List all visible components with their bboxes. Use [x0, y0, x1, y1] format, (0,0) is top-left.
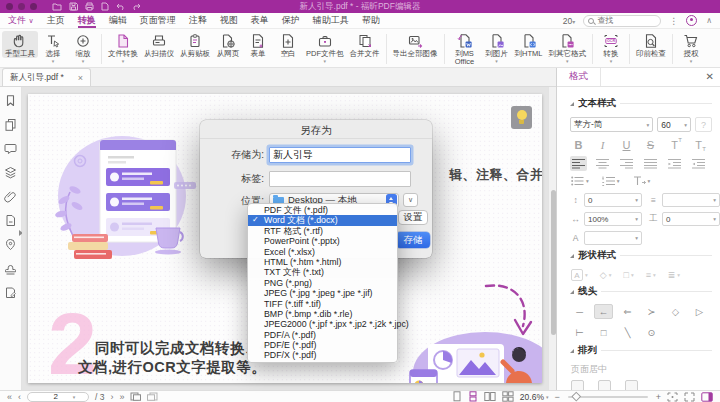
line-end-none[interactable]: ─ [570, 304, 589, 319]
subscript-button[interactable]: TT [691, 137, 706, 152]
bullet-list-button[interactable]: ▾ [571, 176, 589, 186]
line-end-square[interactable]: □ [594, 325, 613, 340]
location-pin-icon[interactable] [4, 238, 17, 251]
page-icon[interactable] [101, 2, 109, 11]
open-file-icon[interactable] [52, 2, 62, 11]
comments-icon[interactable] [4, 142, 17, 155]
decrease-indent-button[interactable] [666, 156, 683, 171]
section-line-ends[interactable]: 线头 [570, 285, 712, 298]
account-avatar[interactable] [686, 15, 697, 26]
tool-convert-file[interactable]: 文件转换 ▾ [105, 31, 141, 64]
paragraph-spacing-control[interactable]: ≡ ▾ [648, 193, 720, 207]
settings-button[interactable]: 设置 [398, 210, 428, 225]
italic-button[interactable]: I [595, 137, 610, 152]
single-page-view-icon[interactable] [452, 391, 462, 402]
tool-license[interactable]: 授权 ▾ [676, 31, 706, 64]
font-family-select[interactable]: 苹方-简▾ [570, 117, 653, 132]
layers-icon[interactable] [4, 166, 17, 179]
tool-to-ms-office[interactable]: 到MS Office ▾ [448, 31, 482, 72]
format-option[interactable]: HTML (*.htm *.html) [248, 257, 397, 267]
format-option[interactable]: PNG (*.png) [248, 278, 397, 288]
line-end-triangle[interactable]: ▷ [690, 304, 709, 319]
format-option[interactable]: TXT 文件 (*.txt) [248, 267, 397, 277]
line-end-diamond[interactable]: ◇ [666, 304, 685, 319]
format-option[interactable]: PDF/A (*.pdf) [248, 330, 397, 340]
menu-edit[interactable]: 编辑 [109, 13, 127, 28]
document-tab[interactable]: 新人引导.pdf * × [2, 68, 91, 86]
section-shape-style[interactable]: 形状样式 [570, 249, 712, 262]
tool-from-webpage[interactable]: 从网页 [213, 31, 243, 58]
baseline-offset-control[interactable]: 工 0▾ [648, 212, 720, 226]
menu-page-management[interactable]: 页面管理 [140, 13, 176, 28]
format-option[interactable]: JPEG (*.jpg *.jpeg *.jpe *.jif) [248, 288, 397, 298]
bold-button[interactable]: B [571, 137, 586, 152]
line-end-arrow[interactable]: ← [594, 304, 613, 319]
quick-tool-preset[interactable]: 20▾ [563, 16, 575, 26]
align-left-button[interactable] [570, 156, 587, 171]
font-extra-button[interactable]: ? [695, 117, 712, 132]
continuous-view-icon[interactable] [468, 391, 478, 402]
tags-input[interactable] [269, 171, 411, 187]
line-style-button[interactable]: ≡▾ [646, 270, 656, 280]
menu-help[interactable]: 帮助 [362, 13, 380, 28]
close-window-button[interactable] [6, 3, 13, 10]
tool-ocr-convert[interactable]: OCR 转换 ▾ [596, 31, 626, 64]
fullscreen-icon[interactable] [684, 392, 695, 402]
format-option[interactable]: PDF 文件 (*.pdf) [248, 205, 397, 215]
menu-protect[interactable]: 保护 [282, 13, 300, 28]
zoom-slider[interactable] [568, 396, 648, 398]
filename-input[interactable] [269, 147, 411, 163]
close-panel-icon[interactable]: ✕ [706, 71, 714, 82]
line-end-closed-arrow[interactable]: ≻ [642, 304, 661, 319]
increase-indent-button[interactable] [690, 156, 707, 171]
numbered-list-button[interactable]: ▾ [602, 176, 620, 186]
next-view-icon[interactable] [147, 392, 158, 401]
expand-dialog-button[interactable]: ∨ [403, 193, 418, 207]
tool-to-image[interactable]: 到图片 ▾ [482, 31, 512, 64]
menu-view[interactable]: 视图 [220, 13, 238, 28]
format-option[interactable]: Excel (*.xlsx) [248, 247, 397, 257]
menu-file[interactable]: 文件 ∨ [8, 13, 34, 28]
bookmarks-icon[interactable] [4, 94, 17, 107]
character-spacing-control[interactable]: A ▾ [570, 231, 642, 245]
line-end-circle[interactable]: ⊙ [642, 325, 661, 340]
align-justify-button[interactable] [642, 156, 659, 171]
align-objects-icon[interactable] [571, 380, 584, 390]
tool-zoom[interactable]: 缩放 ▾ [68, 31, 98, 64]
tool-blank[interactable]: 空白 [273, 31, 303, 58]
save-icon[interactable] [69, 2, 78, 11]
print-icon[interactable] [85, 2, 94, 11]
superscript-button[interactable]: TT [667, 137, 682, 152]
facing-view-icon[interactable] [484, 391, 496, 402]
stamp-icon[interactable] [4, 262, 17, 275]
line-end-slash[interactable]: ╲ [618, 325, 637, 340]
page-number-box[interactable]: ▾ [27, 392, 89, 402]
format-option[interactable]: BMP (*.bmp *.dib *.rle) [248, 309, 397, 319]
tool-from-clipboard[interactable]: 从剪贴板 [177, 31, 213, 58]
format-option[interactable]: RTF 格式 (*.rtf) [248, 226, 397, 236]
vertical-scrollbar[interactable] [548, 87, 556, 390]
collapse-ribbon-icon[interactable]: ∧ [706, 16, 712, 25]
format-option[interactable]: JPEG2000 (*.jpf *.jpx *.jp2 *.j2k *.jpc) [248, 319, 397, 329]
shape-outline-button[interactable]: ◇▾ [600, 270, 612, 280]
center-objects-icon[interactable] [625, 380, 638, 390]
line-end-open-arrow[interactable]: ⇐ [618, 304, 637, 319]
format-option-selected[interactable]: ✓Word 文档 (*.docx) [248, 215, 397, 225]
horizontal-scale-control[interactable]: ↔ 100%▾ [570, 212, 642, 226]
search-input[interactable] [597, 16, 656, 25]
more-options-icon[interactable]: ⋮ [669, 16, 678, 26]
tool-to-other-formats[interactable]: 到其它格式 ▾ [546, 31, 590, 64]
menu-form[interactable]: 表单 [251, 13, 269, 28]
paragraph-indent-button[interactable]: ▾ [633, 176, 651, 186]
tool-combine-files[interactable]: 合并文件 [347, 31, 383, 58]
minimize-window-button[interactable] [18, 3, 25, 10]
fullscreen-window-button[interactable] [30, 3, 37, 10]
fill-color-button[interactable]: A▾ [571, 269, 588, 281]
section-arrange[interactable]: 排列 [570, 344, 712, 357]
tool-select[interactable]: 选择 ▾ [38, 31, 68, 64]
close-tab-icon[interactable]: × [78, 73, 83, 83]
destinations-icon[interactable] [4, 214, 17, 227]
tool-to-html[interactable]: 到HTML [512, 31, 546, 58]
menu-accessibility[interactable]: 辅助工具 [313, 13, 349, 28]
tool-export-all-images[interactable]: 导出全部图像 [390, 31, 441, 58]
